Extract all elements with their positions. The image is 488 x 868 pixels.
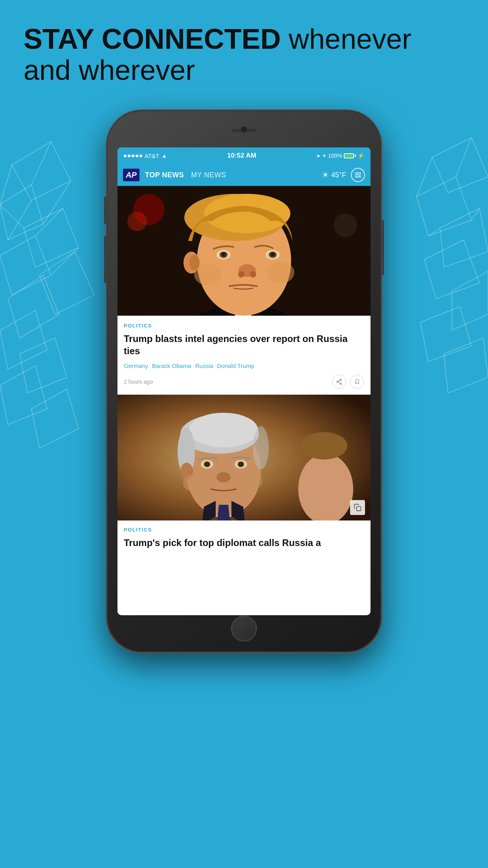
news-category-2: POLITICS (124, 527, 364, 533)
status-time: 10:52 AM (227, 152, 256, 160)
app-navbar: AP TOP NEWS MY NEWS ☀ 45°F (117, 164, 371, 186)
svg-marker-15 (416, 177, 471, 236)
svg-marker-0 (12, 142, 71, 200)
svg-marker-13 (0, 311, 47, 370)
svg-point-70 (216, 472, 231, 482)
phone-power-button (382, 220, 384, 275)
news-tags-1: Germany Barack Obama Russia Donald Trump (124, 362, 364, 369)
svg-marker-4 (39, 252, 94, 314)
svg-marker-25 (20, 338, 67, 393)
svg-point-63 (189, 413, 258, 447)
tag-germany[interactable]: Germany (124, 362, 148, 369)
signal-dot-5 (139, 154, 142, 157)
weather-info: ☀ 45°F (322, 170, 346, 180)
tag-obama[interactable]: Barack Obama (152, 362, 191, 369)
svg-point-43 (271, 252, 275, 256)
signal-dot-1 (124, 154, 127, 157)
menu-line-1 (355, 173, 361, 173)
wifi-icon: ▲ (161, 153, 167, 159)
svg-line-8 (8, 200, 31, 240)
svg-point-51 (340, 379, 341, 381)
battery-icon (344, 153, 356, 158)
nav-links: TOP NEWS MY NEWS (145, 171, 316, 179)
status-left: AT&T ▲ (124, 153, 167, 159)
svg-point-72 (183, 474, 205, 492)
svg-marker-12 (8, 275, 59, 338)
news-card-2[interactable]: POLITICS Trump's pick for top diplomat c… (117, 395, 371, 559)
svg-marker-3 (0, 236, 51, 295)
nav-my-news[interactable]: MY NEWS (191, 171, 226, 179)
svg-line-7 (43, 181, 71, 224)
nav-top-news[interactable]: TOP NEWS (145, 171, 184, 179)
news-time-1: 2 hours ago (124, 379, 153, 385)
svg-point-53 (340, 383, 341, 384)
bluetooth-icon: ✦ (322, 153, 327, 159)
news-feed[interactable]: POLITICS Trump blasts intel agencies ove… (117, 186, 371, 615)
svg-point-69 (238, 462, 244, 467)
svg-line-54 (338, 382, 340, 383)
svg-line-21 (471, 208, 479, 220)
hero-image-svg (117, 186, 371, 316)
svg-marker-18 (452, 271, 488, 330)
ap-logo[interactable]: AP (123, 169, 139, 181)
header-bold: STAY CONNECTED (24, 23, 281, 55)
svg-marker-77 (216, 505, 231, 520)
svg-line-6 (31, 142, 51, 185)
news-headline-1[interactable]: Trump blasts intel agencies over report … (124, 333, 364, 357)
bookmark-button-1[interactable] (350, 375, 364, 389)
share-button-1[interactable] (332, 375, 346, 389)
svg-point-65 (253, 426, 269, 469)
news-card-1[interactable]: POLITICS Trump blasts intel agencies ove… (117, 316, 371, 395)
svg-line-22 (428, 228, 440, 236)
svg-line-20 (416, 157, 432, 197)
phone-mockup: AT&T ▲ 10:52 AM ➤ ✦ 100% ⚡ (106, 110, 382, 841)
svg-line-55 (338, 381, 340, 382)
svg-line-19 (456, 138, 471, 177)
svg-point-31 (334, 213, 357, 237)
news-category-1: POLITICS (124, 323, 364, 329)
carrier-name: AT&T (145, 153, 159, 159)
signal-dot-3 (132, 154, 134, 157)
sun-icon: ☀ (322, 170, 329, 180)
svg-point-50 (189, 255, 200, 270)
location-icon: ➤ (316, 153, 321, 159)
menu-button[interactable] (351, 168, 365, 182)
svg-rect-80 (357, 507, 361, 511)
phone-home-button[interactable] (231, 616, 257, 642)
svg-line-5 (0, 165, 12, 204)
second-image-svg (117, 395, 371, 520)
svg-marker-14 (432, 138, 488, 193)
tag-trump[interactable]: Donald Trump (217, 362, 254, 369)
svg-point-40 (222, 252, 226, 256)
charging-icon: ⚡ (358, 153, 364, 159)
phone-volume-up (104, 197, 106, 224)
second-hero-image (117, 395, 371, 520)
svg-marker-26 (0, 366, 47, 425)
nav-right: ☀ 45°F (322, 168, 365, 182)
svg-marker-2 (24, 208, 79, 267)
menu-line-2 (355, 175, 361, 175)
svg-point-52 (337, 381, 338, 383)
phone-camera (240, 126, 248, 133)
svg-marker-24 (444, 338, 488, 393)
svg-marker-16 (440, 208, 488, 267)
svg-point-30 (127, 211, 147, 231)
svg-line-11 (51, 248, 79, 275)
svg-point-73 (243, 473, 263, 489)
svg-point-48 (267, 261, 294, 283)
tag-russia[interactable]: Russia (195, 362, 213, 369)
phone-frame: AT&T ▲ 10:52 AM ➤ ✦ 100% ⚡ (106, 110, 382, 653)
hero-image[interactable] (117, 186, 371, 316)
page-header: STAY CONNECTED whenever and wherever (24, 24, 464, 86)
copy-icon[interactable] (350, 500, 365, 515)
phone-volume-down (104, 236, 106, 283)
news-headline-2[interactable]: Trump's pick for top diplomat calls Russ… (124, 537, 364, 549)
svg-marker-23 (420, 307, 471, 362)
temperature: 45°F (331, 171, 346, 179)
status-bar: AT&T ▲ 10:52 AM ➤ ✦ 100% ⚡ (117, 147, 371, 164)
svg-point-67 (204, 462, 210, 467)
second-card-text: POLITICS Trump's pick for top diplomat c… (117, 520, 371, 559)
status-right: ➤ ✦ 100% ⚡ (316, 153, 364, 159)
menu-line-3 (355, 177, 361, 177)
news-footer-1: 2 hours ago (124, 375, 364, 389)
